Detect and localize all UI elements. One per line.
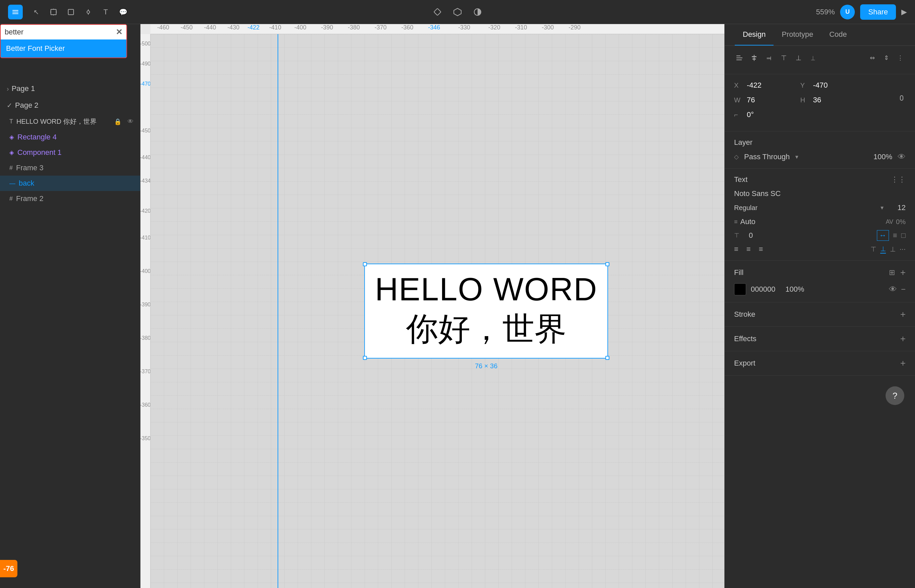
h-value[interactable]: 36 [813, 96, 840, 104]
font-name-value[interactable]: Noto Sans SC [734, 189, 781, 198]
layer-section: Layer ◇ Pass Through ▾ 100% 👁 [725, 131, 915, 169]
assets-icon[interactable] [451, 5, 464, 19]
play-button[interactable]: ▶ [901, 8, 907, 16]
tab-prototype[interactable]: Prototype [773, 24, 821, 45]
resize-auto-height-icon[interactable]: ≡ [893, 231, 897, 240]
line-height-value[interactable]: Auto [741, 217, 764, 226]
comment-tool[interactable]: 💬 [116, 5, 130, 19]
opacity-value[interactable]: 100% [872, 152, 892, 161]
resize-auto-width-icon[interactable]: ↔ [877, 230, 889, 241]
ruler-label-v10: -390 [140, 302, 150, 308]
fill-add-button[interactable]: + [900, 267, 905, 278]
stroke-section: Stroke + [725, 302, 915, 327]
user-avatar: U [840, 5, 855, 19]
more-align-icon[interactable]: ⋮ [895, 53, 905, 63]
tab-code[interactable]: Code [821, 24, 855, 45]
stroke-label: Stroke [734, 310, 755, 319]
export-add-button[interactable]: + [900, 358, 905, 368]
fill-hex-value[interactable]: 000000 [751, 285, 775, 294]
handle-top-right[interactable] [606, 262, 610, 266]
effects-add-button[interactable]: + [900, 333, 905, 344]
component-icon[interactable] [431, 5, 444, 19]
handle-bottom-right[interactable] [606, 356, 610, 360]
valign-bottom-icon[interactable]: ⊥ [890, 245, 896, 253]
toolbar-right: 559% U Share ▶ [816, 4, 907, 20]
layer-item-component1[interactable]: ◈ Component 1 [0, 145, 140, 160]
distribute-v-icon[interactable]: ⇕ [881, 53, 892, 63]
text-align-left-icon[interactable]: ≡ [734, 245, 738, 254]
text-section-label: Text [734, 175, 747, 184]
paragraph-spacing-value[interactable]: 0 [749, 231, 769, 240]
align-right-icon[interactable]: ⫤ [763, 53, 774, 63]
fill-color-swatch[interactable] [734, 283, 746, 296]
text-more-icon[interactable]: ··· [900, 245, 905, 254]
constrain-proportions-icon[interactable] [897, 95, 905, 105]
align-left-icon[interactable] [734, 53, 745, 63]
font-style-dropdown-icon[interactable]: ▾ [881, 204, 884, 212]
font-size-value[interactable]: 12 [889, 204, 905, 212]
ruler-label-h16: -300 [542, 24, 554, 31]
layer-item-frame2[interactable]: # Frame 2 [0, 191, 140, 206]
fill-remove-icon[interactable]: − [901, 284, 905, 294]
font-style-select[interactable]: Regular [734, 204, 875, 212]
y-value[interactable]: -470 [813, 81, 840, 90]
text-section-more-icon[interactable]: ⋮⋮ [891, 175, 905, 184]
handle-top-left[interactable] [363, 262, 367, 266]
w-value[interactable]: 76 [747, 96, 773, 104]
select-tool[interactable]: ↖ [29, 5, 43, 19]
fill-section: Fill ⊞ + 000000 100% 👁 − [725, 260, 915, 302]
selected-text-element[interactable]: HELLO WORD 你好，世界 76 × 36 [364, 263, 608, 359]
svg-rect-12 [434, 8, 441, 15]
page-item-page2[interactable]: ✓ Page 2 [0, 97, 140, 114]
font-search-clear-button[interactable]: ✕ [116, 27, 123, 37]
align-center-h-icon[interactable] [749, 53, 760, 63]
shape-tool[interactable] [64, 5, 77, 19]
distribute-h-icon[interactable]: ⇔ [867, 53, 878, 63]
angle-value[interactable]: 0° [747, 110, 773, 119]
blend-dropdown-icon[interactable]: ▾ [795, 153, 798, 160]
valign-middle-icon[interactable]: ⊥ [880, 245, 886, 254]
h-label: H [800, 96, 810, 104]
layer-item-frame3[interactable]: # Frame 3 [0, 160, 140, 176]
page-item-page1[interactable]: › Page 1 [0, 80, 140, 97]
frame-tool[interactable] [47, 5, 60, 19]
mask-icon[interactable] [471, 5, 484, 19]
handle-bottom-left[interactable] [363, 356, 367, 360]
pen-tool[interactable] [82, 5, 95, 19]
font-search-result-item[interactable]: Better Font Picker [1, 39, 126, 58]
layer-eye-icon[interactable]: 👁 [897, 152, 905, 162]
stroke-add-button[interactable]: + [900, 309, 905, 320]
letter-spacing-value[interactable]: 0% [896, 218, 905, 226]
align-bottom-icon[interactable]: ⟂ [808, 53, 818, 63]
canvas-content[interactable]: HELLO WORD 你好，世界 76 × 36 [150, 34, 725, 588]
layer-item-back[interactable]: — back [0, 176, 140, 191]
fill-label: Fill [734, 268, 744, 277]
x-label: X [734, 82, 744, 89]
layer-item-rectangle4[interactable]: ◈ Rectangle 4 [0, 129, 140, 145]
badge-value: -76 [3, 564, 14, 573]
layer-item-hello-word[interactable]: T HELLO WORD 你好，世界 🔒 👁 [0, 114, 140, 129]
align-center-v-icon[interactable]: ⊥ [793, 53, 804, 63]
toolbar-center [431, 5, 484, 19]
help-button[interactable]: ? [886, 386, 904, 405]
resize-fixed-icon[interactable]: □ [901, 231, 905, 240]
text-align-center-icon[interactable]: ≡ [746, 245, 751, 254]
fill-opacity-value[interactable]: 100% [785, 285, 805, 294]
blend-mode-select[interactable]: Pass Through [744, 152, 790, 161]
fill-visibility-icon[interactable]: 👁 [889, 284, 897, 294]
fill-grid-icon[interactable]: ⊞ [889, 268, 895, 277]
text-align-right-icon[interactable]: ≡ [759, 245, 763, 254]
font-search-input[interactable] [5, 28, 116, 36]
menu-button[interactable] [8, 5, 23, 19]
valign-top-icon[interactable]: ⊤ [870, 245, 876, 253]
share-button[interactable]: Share [860, 4, 896, 20]
layers-panel: › Page 1 ✓ Page 2 T HELLO WORD 你好，世界 🔒 👁… [0, 78, 140, 206]
text-tool[interactable]: T [99, 5, 112, 19]
tab-design[interactable]: Design [735, 24, 773, 45]
x-value[interactable]: -422 [747, 81, 773, 90]
canvas-area[interactable]: -460 -450 -440 -430 -422 -410 -400 -390 … [140, 24, 725, 588]
ruler-label-v7: -420 [140, 208, 150, 214]
eye-icon[interactable]: 👁 [127, 118, 134, 125]
h-field: H 36 [800, 95, 840, 105]
align-top-icon[interactable]: ⊤ [778, 53, 789, 63]
